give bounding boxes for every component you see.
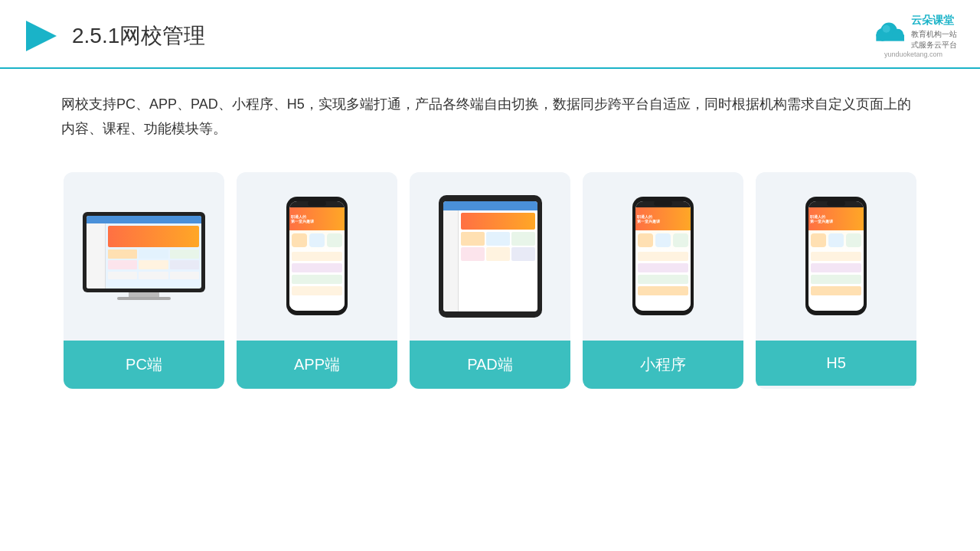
logo-name: 云朵课堂 bbox=[911, 14, 957, 28]
phone-mockup-h5: 职通人的第一堂兴趣课 bbox=[805, 197, 867, 315]
svg-marker-0 bbox=[26, 21, 57, 51]
tablet-mockup bbox=[439, 195, 542, 318]
card-app-label: APP端 bbox=[237, 341, 397, 389]
card-pad: PAD端 bbox=[410, 172, 570, 389]
card-app-image: 职通人的第一堂兴趣课 bbox=[237, 172, 397, 341]
card-app: 职通人的第一堂兴趣课 bbox=[237, 172, 397, 389]
card-h5-image: 职通人的第一堂兴趣课 bbox=[756, 172, 916, 341]
card-h5-label: H5 bbox=[756, 341, 916, 386]
card-pad-image bbox=[410, 172, 570, 341]
svg-rect-4 bbox=[876, 34, 904, 41]
card-miniprogram-label: 小程序 bbox=[583, 341, 743, 389]
cards-container: PC端 职通人的第一堂兴趣课 bbox=[0, 157, 980, 404]
card-pc-image bbox=[64, 172, 224, 341]
page-title: 2.5.1网校管理 bbox=[72, 21, 205, 51]
cloud-icon bbox=[870, 21, 908, 44]
card-pc-label: PC端 bbox=[64, 341, 224, 389]
logo-area: 云朵课堂 教育机构一站式服务云平台 yunduoketang.com bbox=[870, 14, 957, 58]
card-h5: 职通人的第一堂兴趣课 bbox=[756, 172, 916, 389]
pc-mockup bbox=[83, 212, 205, 300]
logo-tagline: 教育机构一站式服务云平台 bbox=[911, 29, 957, 51]
description-text: 网校支持PC、APP、PAD、小程序、H5，实现多端打通，产品各终端自由切换，数… bbox=[0, 69, 980, 157]
card-miniprogram: 职通人的第一堂兴趣课 bbox=[583, 172, 743, 389]
play-icon bbox=[23, 18, 60, 54]
card-pad-label: PAD端 bbox=[410, 341, 570, 389]
logo-url: yunduoketang.com bbox=[884, 51, 942, 58]
logo-cloud: 云朵课堂 教育机构一站式服务云平台 bbox=[870, 14, 957, 51]
header: 2.5.1网校管理 云朵课堂 教育机构一站式服务云平台 yunduoketang… bbox=[0, 0, 980, 69]
card-miniprogram-image: 职通人的第一堂兴趣课 bbox=[583, 172, 743, 341]
header-left: 2.5.1网校管理 bbox=[23, 18, 205, 54]
card-pc: PC端 bbox=[64, 172, 224, 389]
phone-mockup-app: 职通人的第一堂兴趣课 bbox=[286, 197, 348, 315]
svg-point-5 bbox=[883, 25, 890, 33]
phone-mockup-mini: 职通人的第一堂兴趣课 bbox=[632, 197, 694, 315]
